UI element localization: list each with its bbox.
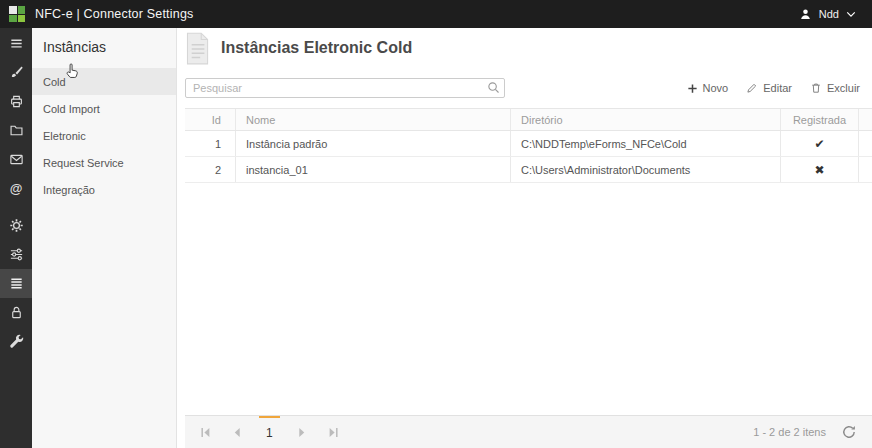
refresh-icon: [842, 425, 856, 439]
sidebar-nav: Instâncias ColdCold ImportEletronicReque…: [32, 28, 177, 448]
chevron-down-icon: [846, 11, 856, 18]
cell-nome: instancia_01: [235, 157, 510, 182]
cell-id: 2: [185, 157, 235, 182]
rail-item-sliders[interactable]: [0, 240, 32, 269]
rail-item-brush[interactable]: [0, 58, 32, 87]
rail-item-menu[interactable]: [0, 29, 32, 58]
edit-button-label: Editar: [763, 82, 792, 94]
menu-icon: [9, 36, 24, 51]
prev-page-icon: [232, 427, 243, 438]
rail-item-lock[interactable]: [0, 298, 32, 327]
new-button[interactable]: Novo: [687, 82, 729, 94]
rail-item-rows[interactable]: [0, 269, 32, 298]
nav-item-label: Request Service: [43, 157, 124, 169]
table-row[interactable]: 1Instância padrãoC:\NDDTemp\eForms_NFCe\…: [185, 131, 872, 157]
grid-body: 1Instância padrãoC:\NDDTemp\eForms_NFCe\…: [185, 131, 872, 183]
cell-diretorio: C:\NDDTemp\eForms_NFCe\Cold: [510, 131, 780, 156]
rail-item-printer[interactable]: [0, 87, 32, 116]
brush-icon: [9, 65, 24, 80]
current-page-button[interactable]: 1: [259, 416, 280, 448]
nav-item-cold[interactable]: Cold: [32, 68, 176, 95]
lock-icon: [9, 305, 24, 320]
first-page-icon: [200, 427, 211, 438]
user-menu[interactable]: Ndd: [799, 8, 856, 21]
plus-icon: [687, 83, 698, 94]
next-page-button[interactable]: [292, 422, 312, 442]
nav-item-label: Cold: [43, 76, 66, 88]
nav-item-eletronic[interactable]: Eletronic: [32, 122, 176, 149]
rail-divider: [0, 203, 32, 211]
rail-item-at[interactable]: @: [0, 174, 32, 203]
search-box: [185, 78, 505, 98]
pager-nav: 1: [195, 416, 344, 448]
rail-item-gear[interactable]: [0, 211, 32, 240]
mail-icon: [9, 152, 24, 167]
rows-icon: [9, 276, 24, 291]
nav-item-integra-o[interactable]: Integração: [32, 176, 176, 203]
delete-button[interactable]: Excluir: [810, 82, 860, 94]
rail-item-wrench[interactable]: [0, 327, 32, 356]
new-button-label: Novo: [703, 82, 729, 94]
app-logo-icon: [9, 6, 25, 22]
column-header-spacer: [858, 109, 872, 130]
rail-item-mail[interactable]: [0, 145, 32, 174]
search-input[interactable]: [185, 78, 505, 98]
icon-rail: @: [0, 28, 32, 448]
pager-right: 1 - 2 de 2 itens: [753, 425, 862, 439]
wrench-icon: [9, 334, 24, 349]
cell-spacer: [858, 131, 872, 156]
last-page-icon: [328, 427, 339, 438]
column-header-id[interactable]: Id: [185, 109, 235, 130]
registrada-check-icon: ✔: [780, 131, 858, 156]
delete-button-label: Excluir: [827, 82, 860, 94]
column-header-diretorio[interactable]: Diretório: [510, 109, 780, 130]
column-header-nome[interactable]: Nome: [235, 109, 510, 130]
pager: 1 1 - 2 de 2 itens: [185, 415, 872, 448]
toolbar: Novo Editar Excluir: [687, 82, 864, 94]
table-row[interactable]: 2instancia_01C:\Users\Administrator\Docu…: [185, 157, 872, 183]
folder-icon: [9, 123, 24, 138]
search-icon: [487, 81, 500, 94]
user-icon: [799, 8, 812, 21]
page-title: Instâncias Eletronic Cold: [221, 39, 412, 57]
prev-page-button[interactable]: [227, 422, 247, 442]
cell-nome: Instância padrão: [235, 131, 510, 156]
instances-grid: Id Nome Diretório Registrada 1Instância …: [185, 108, 872, 183]
topbar: NFC-e | Connector Settings Ndd: [0, 0, 872, 28]
next-page-icon: [296, 427, 307, 438]
registrada-cross-icon: ✖: [780, 157, 858, 182]
trash-icon: [810, 82, 822, 94]
nav-item-label: Cold Import: [43, 103, 100, 115]
cell-id: 1: [185, 131, 235, 156]
app-title: NFC-e | Connector Settings: [35, 7, 194, 21]
controls-row: Novo Editar Excluir: [185, 78, 864, 98]
nav-item-label: Integração: [43, 184, 95, 196]
nav-item-cold-import[interactable]: Cold Import: [32, 95, 176, 122]
edit-button[interactable]: Editar: [746, 82, 792, 94]
sliders-icon: [9, 247, 24, 262]
page-header: Instâncias Eletronic Cold: [177, 28, 872, 68]
cell-diretorio: C:\Users\Administrator\Documents: [510, 157, 780, 182]
app-window: NFC-e | Connector Settings Ndd: [0, 0, 872, 448]
at-icon: @: [10, 181, 23, 196]
pager-info: 1 - 2 de 2 itens: [753, 426, 826, 438]
nav-item-label: Eletronic: [43, 130, 86, 142]
main-content: Instâncias Eletronic Cold Novo: [177, 28, 872, 448]
printer-icon: [9, 94, 24, 109]
last-page-button[interactable]: [324, 422, 344, 442]
nav-title: Instâncias: [32, 28, 176, 68]
instances-document-icon: [179, 30, 215, 66]
body: @: [0, 28, 872, 448]
nav-item-request-service[interactable]: Request Service: [32, 149, 176, 176]
table-header: Id Nome Diretório Registrada: [185, 108, 872, 131]
nav-list: ColdCold ImportEletronicRequest ServiceI…: [32, 68, 176, 203]
first-page-button[interactable]: [195, 422, 215, 442]
cell-spacer: [858, 157, 872, 182]
pencil-icon: [746, 82, 758, 94]
rail-item-folder[interactable]: [0, 116, 32, 145]
gear-icon: [9, 218, 24, 233]
user-name: Ndd: [819, 8, 839, 20]
refresh-button[interactable]: [842, 425, 856, 439]
column-header-registrada[interactable]: Registrada: [780, 109, 858, 130]
